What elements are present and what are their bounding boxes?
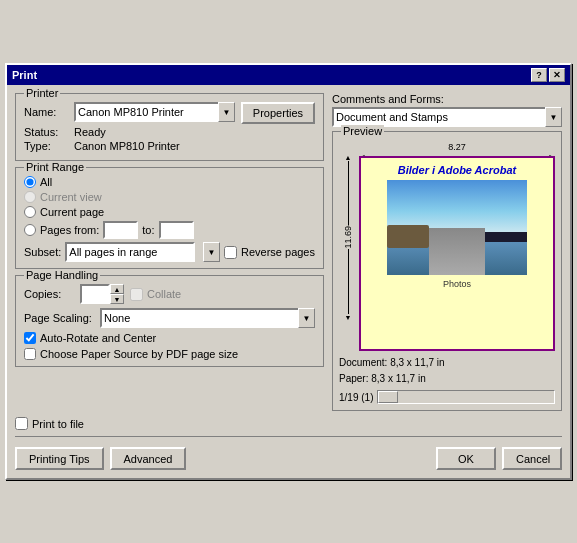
current-page-radio[interactable]	[24, 206, 36, 218]
pages-to-input[interactable]: 19	[159, 221, 194, 239]
pages-from-label: Pages from:	[40, 224, 99, 236]
print-range-label: Print Range	[24, 161, 86, 173]
subset-label: Subset:	[24, 246, 61, 258]
paper-info: Paper: 8,3 x 11,7 in	[339, 371, 555, 387]
bottom-right-buttons: OK Cancel	[436, 447, 562, 470]
pages-from-radio[interactable]	[24, 224, 36, 236]
print-to-file-checkbox[interactable]	[15, 417, 28, 430]
printer-name-label: Name:	[24, 106, 74, 118]
dialog-body: Printer Name: Canon MP810 Printer ▼	[7, 85, 570, 478]
preview-info: Document: 8,3 x 11,7 in Paper: 8,3 x 11,…	[339, 355, 555, 387]
document-info: Document: 8,3 x 11,7 in	[339, 355, 555, 371]
printer-status-value: Ready	[74, 126, 106, 138]
spin-down-button[interactable]: ▼	[110, 294, 124, 304]
properties-button[interactable]: Properties	[241, 102, 315, 124]
comments-forms-section: Comments and Forms: Document and StampsD…	[332, 93, 562, 127]
page-handling-label: Page Handling	[24, 269, 100, 281]
preview-page-title: Bilder i Adobe Acrobat	[398, 164, 516, 176]
collate-checkbox[interactable]	[130, 288, 143, 301]
printer-name-row: Name: Canon MP810 Printer ▼	[24, 102, 235, 122]
pages-from-row: Pages from: 1 to: 19	[24, 221, 315, 239]
dialog-title: Print	[12, 69, 37, 81]
comments-forms-label: Comments and Forms:	[332, 93, 562, 105]
printer-type-value: Canon MP810 Printer	[74, 140, 180, 152]
bottom-left-buttons: Printing Tips Advanced	[15, 447, 186, 470]
preview-image	[387, 180, 527, 275]
choose-paper-checkbox[interactable]	[24, 348, 36, 360]
subset-row: Subset: All pages in rangeOdd pages only…	[24, 242, 315, 262]
print-range-content: All Current view Current page Pages	[24, 176, 315, 262]
right-column: Comments and Forms: Document and StampsD…	[332, 93, 562, 411]
comments-forms-select-wrapper: Document and StampsDocumentForm Fields a…	[332, 107, 562, 127]
all-radio[interactable]	[24, 176, 36, 188]
help-button[interactable]: ?	[531, 68, 547, 82]
current-view-row: Current view	[24, 191, 315, 203]
printer-group: Printer Name: Canon MP810 Printer ▼	[15, 93, 324, 161]
preview-footer-text: Photos	[443, 279, 471, 289]
copies-row: Copies: 1 ▲ ▼ Collate	[24, 284, 315, 304]
reverse-pages-label: Reverse pages	[241, 246, 315, 258]
copies-input[interactable]: 1	[80, 284, 110, 304]
printer-type-row: Type: Canon MP810 Printer	[24, 140, 235, 152]
all-label: All	[40, 176, 52, 188]
print-to-file-label: Print to file	[32, 418, 84, 430]
choose-paper-label: Choose Paper Source by PDF page size	[40, 348, 238, 360]
printer-name-select-wrapper: Canon MP810 Printer ▼	[74, 102, 235, 122]
title-bar: Print ? ✕	[7, 65, 570, 85]
preview-group: Preview 8.27 ◄ ►	[332, 131, 562, 411]
print-to-file-row: Print to file	[15, 417, 562, 430]
subset-select-wrapper: All pages in rangeOdd pages onlyEven pag…	[65, 242, 220, 262]
spin-up-button[interactable]: ▲	[110, 284, 124, 294]
comments-forms-select[interactable]: Document and StampsDocumentForm Fields a…	[332, 107, 562, 127]
choose-paper-row: Choose Paper Source by PDF page size	[24, 348, 315, 360]
printer-name-select[interactable]: Canon MP810 Printer	[74, 102, 235, 122]
scaling-label: Page Scaling:	[24, 312, 94, 324]
current-view-label: Current view	[40, 191, 102, 203]
title-bar-buttons: ? ✕	[531, 68, 565, 82]
preview-group-label: Preview	[341, 125, 384, 137]
printer-status-label: Status:	[24, 126, 74, 138]
printer-status-row: Status: Ready	[24, 126, 235, 138]
auto-rotate-checkbox[interactable]	[24, 332, 36, 344]
page-handling-group: Page Handling Copies: 1 ▲ ▼	[15, 275, 324, 367]
pages-from-input[interactable]: 1	[103, 221, 138, 239]
preview-slider-thumb[interactable]	[378, 391, 398, 403]
auto-rotate-row: Auto-Rotate and Center	[24, 332, 315, 344]
printer-group-label: Printer	[24, 87, 60, 99]
scaling-select-wrapper: NoneFit to Printer MarginsReduce to Prin…	[100, 308, 315, 328]
collate-label-text: Collate	[147, 288, 181, 300]
advanced-button[interactable]: Advanced	[110, 447, 187, 470]
copies-spinner: 1 ▲ ▼	[80, 284, 124, 304]
left-column: Printer Name: Canon MP810 Printer ▼	[15, 93, 324, 411]
cancel-button[interactable]: Cancel	[502, 447, 562, 470]
scaling-select[interactable]: NoneFit to Printer MarginsReduce to Prin…	[100, 308, 315, 328]
ok-button[interactable]: OK	[436, 447, 496, 470]
printer-type-label: Type:	[24, 140, 74, 152]
all-radio-row: All	[24, 176, 315, 188]
scaling-row: Page Scaling: NoneFit to Printer Margins…	[24, 308, 315, 328]
preview-page: Bilder i Adobe Acrobat Photos	[359, 156, 555, 351]
auto-rotate-label: Auto-Rotate and Center	[40, 332, 156, 344]
printing-tips-button[interactable]: Printing Tips	[15, 447, 104, 470]
subset-dropdown-arrow: ▼	[203, 242, 220, 262]
height-dim-label: 11.69	[342, 226, 354, 249]
pages-to-label: to:	[142, 224, 154, 236]
copies-label: Copies:	[24, 288, 74, 300]
current-page-label: Current page	[40, 206, 104, 218]
spin-buttons: ▲ ▼	[110, 284, 124, 304]
preview-slider[interactable]	[377, 390, 555, 404]
reverse-pages-checkbox[interactable]	[224, 246, 237, 259]
print-dialog: Print ? ✕ Printer Name: Canon MP810 Prin	[5, 63, 572, 480]
current-view-radio[interactable]	[24, 191, 36, 203]
width-dim-label: 8.27	[446, 142, 468, 152]
close-button[interactable]: ✕	[549, 68, 565, 82]
page-handling-content: Copies: 1 ▲ ▼ Collate	[24, 284, 315, 360]
preview-nav: 1/19 (1)	[339, 390, 555, 404]
current-page-row: Current page	[24, 206, 315, 218]
bottom-buttons: Printing Tips Advanced OK Cancel	[15, 443, 562, 470]
subset-select[interactable]: All pages in rangeOdd pages onlyEven pag…	[65, 242, 195, 262]
print-range-group: Print Range All Current view Current	[15, 167, 324, 269]
collate-row: Collate	[130, 288, 180, 301]
top-row: Printer Name: Canon MP810 Printer ▼	[15, 93, 562, 411]
page-nav-text: 1/19 (1)	[339, 392, 373, 403]
